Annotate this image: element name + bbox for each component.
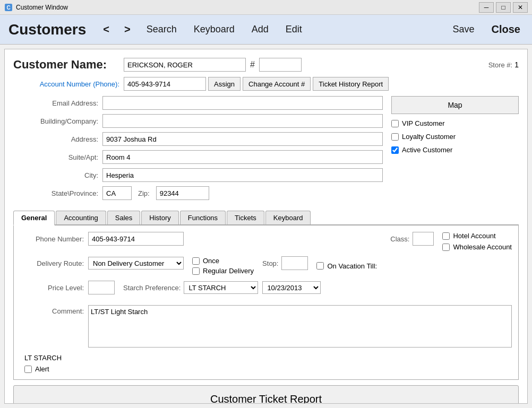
next-button[interactable]: > — [122, 23, 133, 36]
vacation-label: On Vacation Till: — [327, 262, 377, 270]
close-button[interactable]: Close — [488, 23, 524, 36]
address-label: Address: — [13, 135, 98, 143]
regular-checkbox[interactable] — [192, 267, 200, 275]
starch-note: LT STARCH — [24, 354, 512, 362]
comment-label: Comment: — [20, 305, 84, 315]
delivery-row: Delivery Route: Non Delivery Customer Ro… — [20, 256, 512, 275]
alert-row: Alert — [24, 365, 512, 373]
hotel-checkbox[interactable] — [442, 232, 450, 240]
email-input[interactable] — [102, 96, 383, 110]
suite-row: Suite/Apt: — [13, 150, 383, 164]
prev-button[interactable]: < — [101, 23, 111, 36]
price-level-input[interactable] — [88, 281, 115, 294]
delivery-label-row: Delivery Route: Non Delivery Customer Ro… — [20, 257, 184, 270]
alert-label: Alert — [35, 365, 49, 373]
form-area: Email Address: Building/Company: Address… — [13, 96, 519, 204]
phone-label: Phone Number: — [20, 235, 84, 243]
save-button[interactable]: Save — [450, 24, 478, 35]
menu-bar: Customers < > Search Keyboard Add Edit S… — [0, 15, 532, 45]
building-row: Building/Company: — [13, 114, 383, 128]
customer-name-input[interactable] — [124, 58, 246, 72]
tab-content-general: Phone Number: Class: Hotel Account Whole… — [13, 225, 519, 380]
loyalty-label: Loyalty Customer — [402, 133, 456, 141]
stop-label: Stop: — [262, 259, 278, 267]
account-input[interactable] — [124, 77, 206, 91]
vip-checkbox[interactable] — [391, 120, 399, 127]
customer-ticket-report-button[interactable]: Customer Ticket Report — [13, 385, 519, 404]
active-label: Active Customer — [402, 146, 452, 154]
edit-button[interactable]: Edit — [282, 24, 305, 35]
address-row: Address: — [13, 132, 383, 146]
app-icon: C — [4, 3, 13, 12]
tab-sales[interactable]: Sales — [107, 211, 141, 224]
ticket-history-button[interactable]: Ticket History Report — [313, 77, 389, 91]
minimize-button[interactable]: ─ — [479, 2, 494, 13]
wholesale-label: Wholesale Account — [453, 243, 512, 251]
starch-date-select[interactable]: 10/23/2013 — [262, 281, 321, 294]
hotel-row: Hotel Account — [442, 232, 512, 240]
tabs: General Accounting Sales History Functio… — [13, 211, 519, 225]
class-label: Class: — [390, 235, 409, 243]
once-label: Once — [203, 257, 219, 265]
active-checkbox[interactable] — [391, 146, 399, 154]
form-right: Map VIP Customer Loyalty Customer Active… — [391, 96, 519, 204]
stop-input[interactable] — [281, 256, 308, 270]
vacation-checkbox[interactable] — [316, 262, 324, 270]
once-checkbox[interactable] — [192, 257, 200, 265]
tab-keyboard[interactable]: Keyboard — [265, 211, 311, 224]
comment-textarea[interactable]: LT/ST Light Starch — [88, 305, 512, 348]
comment-container: LT/ST Light Starch — [88, 305, 512, 350]
tab-accounting[interactable]: Accounting — [56, 211, 106, 224]
comment-area-row: Comment: LT/ST Light Starch — [20, 305, 512, 350]
building-input[interactable] — [102, 114, 383, 128]
phone-input[interactable] — [88, 232, 184, 246]
city-input[interactable] — [102, 168, 383, 182]
address-input[interactable] — [102, 132, 383, 146]
delivery-select[interactable]: Non Delivery Customer Route 1 Route 2 — [88, 257, 184, 270]
wholesale-checkbox[interactable] — [442, 244, 450, 251]
window-close-button[interactable]: ✕ — [513, 2, 528, 13]
once-regular-col: Once Regular Delivery — [192, 257, 254, 275]
account-label: Account Number (Phone): — [13, 80, 119, 88]
suite-input[interactable] — [102, 150, 383, 164]
loyalty-checkbox[interactable] — [391, 133, 399, 141]
change-account-button[interactable]: Change Account # — [243, 77, 311, 91]
add-button[interactable]: Add — [248, 24, 272, 35]
hash-symbol: # — [250, 60, 255, 70]
keyboard-button[interactable]: Keyboard — [191, 24, 238, 35]
state-input[interactable] — [102, 186, 132, 200]
phone-class-row: Phone Number: Class: Hotel Account Whole… — [20, 232, 512, 251]
note-alert-area: LT STARCH Alert — [20, 354, 512, 373]
zip-input[interactable] — [156, 186, 209, 200]
tab-history[interactable]: History — [141, 211, 178, 224]
assign-button[interactable]: Assign — [208, 77, 241, 91]
tab-tickets[interactable]: Tickets — [227, 211, 264, 224]
starch-pref-select[interactable]: LT STARCH NO STARCH MEDIUM STARCH HEAVY … — [184, 281, 258, 294]
store-value: 1 — [514, 60, 519, 69]
tab-functions[interactable]: Functions — [180, 211, 226, 224]
main-content: Customer Name: # Store #: 1 Account Numb… — [4, 49, 528, 404]
zip-label: Zip: — [138, 189, 150, 197]
class-row: Class: — [390, 232, 434, 246]
price-level-label: Price Level: — [20, 284, 84, 292]
maximize-button[interactable]: □ — [496, 2, 511, 13]
class-input[interactable] — [413, 232, 434, 246]
vip-row: VIP Customer — [391, 119, 519, 127]
email-row: Email Address: — [13, 96, 383, 110]
tab-general[interactable]: General — [13, 211, 55, 225]
once-row: Once — [192, 257, 254, 265]
alert-checkbox[interactable] — [24, 366, 32, 373]
hotel-label: Hotel Account — [453, 232, 495, 240]
window-controls: ─ □ ✕ — [479, 2, 528, 13]
customer-hash-input[interactable] — [259, 58, 302, 72]
wholesale-row: Wholesale Account — [442, 243, 512, 251]
loyalty-row: Loyalty Customer — [391, 133, 519, 141]
suite-label: Suite/Apt: — [13, 153, 98, 161]
store-label: Store #: — [488, 61, 513, 69]
regular-row: Regular Delivery — [192, 267, 254, 275]
regular-label: Regular Delivery — [203, 267, 254, 275]
search-button[interactable]: Search — [143, 24, 180, 35]
starch-pref-label: Starch Preference: — [123, 284, 181, 292]
state-label: State\Province: — [13, 189, 98, 197]
map-button[interactable]: Map — [391, 96, 519, 114]
